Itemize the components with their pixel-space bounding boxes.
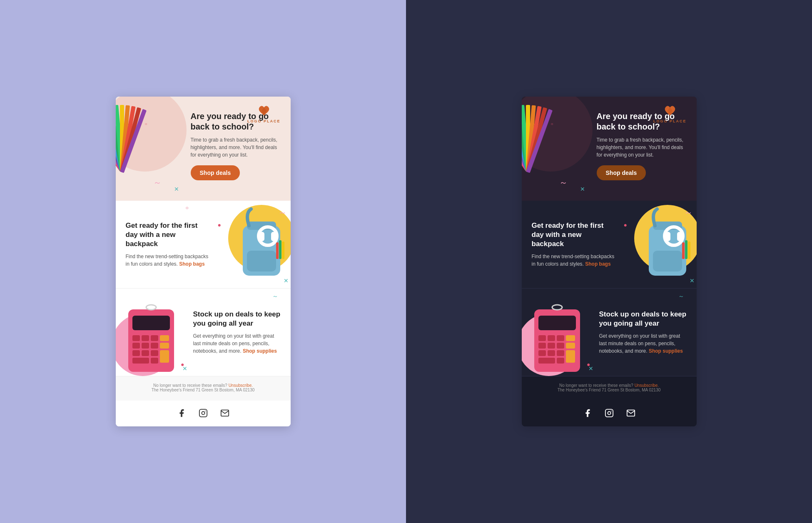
- shop-bags-link-light[interactable]: Shop bags: [179, 261, 204, 267]
- email-footer-light: No longer want to receive these emails? …: [116, 376, 291, 401]
- unsubscribe-link-dark[interactable]: Unsubscribe.: [635, 383, 659, 388]
- light-panel: LOGO PLACE Are you ready to go back to s…: [0, 0, 406, 523]
- footer-unsub-dark: No longer want to receive these emails? …: [532, 383, 687, 388]
- svg-rect-55: [682, 242, 685, 259]
- svg-rect-38: [199, 409, 207, 417]
- svg-rect-70: [566, 343, 575, 349]
- hero-title-light: Are you ready to go back to school?: [191, 111, 281, 132]
- email-card-dark: LOGO PLACE Are you ready to go back to s…: [522, 97, 697, 426]
- svg-rect-60: [677, 232, 683, 241]
- backpack-section-light: Get ready for the first day with a new b…: [116, 201, 291, 288]
- dark-panel: LOGO PLACE Are you ready to go back to s…: [406, 0, 812, 523]
- svg-rect-31: [132, 350, 140, 356]
- email-icon-light[interactable]: [218, 406, 232, 420]
- svg-rect-14: [247, 251, 276, 271]
- supplies-body-dark: Get everything on your list with great l…: [599, 332, 687, 355]
- svg-rect-35: [132, 358, 149, 364]
- supplies-section-dark: ● Stock up on deals to keep you going al…: [522, 288, 697, 376]
- svg-rect-33: [151, 350, 158, 356]
- supplies-section-light: ● Stock up on deals to keep you going al…: [116, 288, 291, 376]
- facebook-icon-dark[interactable]: [581, 406, 594, 420]
- decor-squig3-dark: ～: [678, 293, 684, 300]
- supplies-title-dark: Stock up on deals to keep you going all …: [599, 310, 687, 328]
- backpack-body-dark: Find the new trend-setting backpacks in …: [532, 253, 615, 268]
- footer-address-light: The Honeybee's Friend 71 Green St Bostom…: [126, 388, 281, 392]
- svg-rect-62: [538, 316, 576, 330]
- svg-point-77: [552, 305, 562, 310]
- instagram-icon-light[interactable]: [197, 406, 210, 420]
- svg-rect-54: [653, 251, 682, 271]
- svg-rect-22: [132, 316, 170, 330]
- shop-supplies-link-dark[interactable]: Shop supplies: [649, 348, 683, 354]
- svg-rect-34: [160, 350, 169, 363]
- svg-rect-78: [605, 409, 613, 417]
- decor-x-dark: ✕: [580, 186, 585, 192]
- shop-supplies-link-light[interactable]: Shop supplies: [243, 348, 277, 354]
- svg-rect-63: [538, 335, 546, 341]
- calculator-svg-light: [120, 297, 182, 376]
- decor-x-light: ✕: [174, 186, 179, 192]
- hero-title-dark: Are you ready to go back to school?: [597, 111, 687, 132]
- email-card-light: LOGO PLACE Are you ready to go back to s…: [116, 97, 291, 426]
- shop-deals-button-dark[interactable]: Shop deals: [597, 165, 646, 180]
- hero-content-dark: Are you ready to go back to school? Time…: [522, 97, 697, 197]
- svg-rect-15: [276, 242, 279, 259]
- hero-body-dark: Time to grab a fresh backpack, pencils, …: [597, 136, 687, 159]
- decor-circle-backpack-dark: ●: [624, 222, 627, 228]
- hero-body-light: Time to grab a fresh backpack, pencils, …: [191, 136, 281, 159]
- calculator-svg-dark: [526, 297, 588, 376]
- hero-section-dark: LOGO PLACE Are you ready to go back to s…: [522, 97, 697, 201]
- decor-o2-light: ○: [186, 205, 189, 211]
- svg-rect-19: [259, 232, 264, 241]
- svg-rect-71: [538, 350, 546, 356]
- supplies-text-dark: Stock up on deals to keep you going all …: [593, 300, 697, 365]
- svg-rect-75: [538, 358, 555, 364]
- svg-rect-17: [282, 242, 284, 259]
- svg-rect-36: [151, 358, 158, 364]
- svg-rect-26: [160, 335, 169, 341]
- svg-rect-25: [151, 335, 158, 341]
- decor-circle-supplies-light: ●: [181, 361, 184, 368]
- svg-rect-23: [132, 335, 140, 341]
- svg-rect-69: [557, 343, 564, 349]
- supplies-title-light: Stock up on deals to keep you going all …: [193, 310, 281, 328]
- backpack-svg-light: [228, 205, 291, 288]
- decor-squig3-light: ～: [272, 293, 278, 300]
- shop-deals-button-light[interactable]: Shop deals: [191, 165, 240, 180]
- svg-rect-72: [548, 350, 555, 356]
- svg-rect-66: [566, 335, 575, 341]
- supplies-text-light: Stock up on deals to keep you going all …: [187, 300, 291, 365]
- svg-rect-68: [548, 343, 555, 349]
- unsubscribe-link-light[interactable]: Unsubscribe.: [229, 383, 253, 388]
- backpack-image-area-light: ●: [216, 201, 291, 288]
- svg-rect-76: [557, 358, 564, 364]
- svg-rect-56: [685, 240, 687, 259]
- supplies-image-area-dark: ●: [522, 289, 593, 376]
- svg-rect-20: [271, 232, 277, 241]
- decor-o-dark: ○: [551, 122, 553, 126]
- svg-rect-74: [566, 350, 575, 363]
- svg-rect-32: [142, 350, 149, 356]
- svg-rect-30: [160, 343, 169, 349]
- social-row-light: [116, 401, 291, 426]
- facebook-icon-light[interactable]: [175, 406, 188, 420]
- email-icon-dark[interactable]: [624, 406, 638, 420]
- hero-content-light: Are you ready to go back to school? Time…: [116, 97, 291, 197]
- footer-unsub-light: No longer want to receive these emails? …: [126, 383, 281, 388]
- backpack-title-dark: Get ready for the first day with a new b…: [532, 221, 615, 249]
- backpack-image-area-dark: ●: [622, 201, 697, 288]
- backpack-text-dark: Get ready for the first day with a new b…: [522, 211, 622, 278]
- backpack-body-light: Find the new trend-setting backpacks in …: [126, 253, 209, 268]
- svg-rect-67: [538, 343, 546, 349]
- svg-rect-65: [557, 335, 564, 341]
- shop-bags-link-dark[interactable]: Shop bags: [585, 261, 610, 267]
- svg-rect-57: [688, 242, 690, 259]
- svg-rect-64: [548, 335, 555, 341]
- svg-rect-73: [557, 350, 564, 356]
- svg-rect-16: [279, 240, 281, 259]
- instagram-icon-dark[interactable]: [603, 406, 616, 420]
- supplies-image-area-light: ●: [116, 289, 187, 376]
- svg-rect-28: [142, 343, 149, 349]
- decor-squig-light: ～: [153, 177, 162, 188]
- footer-address-dark: The Honeybee's Friend 71 Green St Bostom…: [532, 388, 687, 392]
